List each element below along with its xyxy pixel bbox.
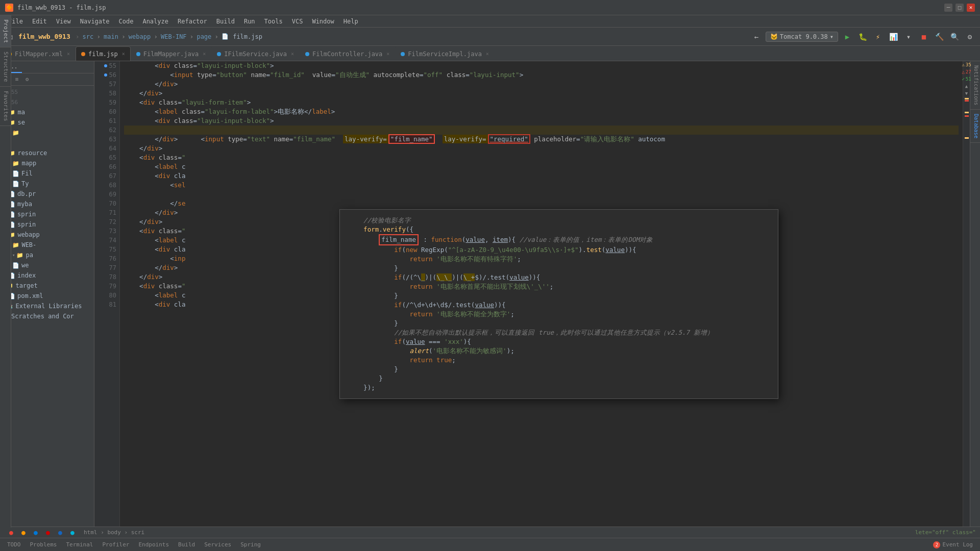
tree-folder-resource[interactable]: ▾ 📁 resource <box>0 148 94 158</box>
tree-external-libraries[interactable]: ▶ 📚 External Libraries <box>0 301 94 311</box>
favorites-tab-vertical[interactable]: Favorites <box>0 87 11 126</box>
tree-file-we[interactable]: 📄 we <box>0 260 94 270</box>
event-log-tab[interactable]: 2 Event Log <box>929 540 977 549</box>
tab-film-jsp[interactable]: film.jsp × <box>76 46 131 61</box>
edge-icon[interactable]: ● <box>31 528 41 538</box>
folder-label: mapp <box>21 160 36 167</box>
tab-close-icon[interactable]: × <box>67 51 70 57</box>
tab-filmserviceimpl-java[interactable]: FilmServiceImpl.java × <box>395 46 495 61</box>
endpoints-tab[interactable]: Endpoints <box>134 540 173 549</box>
tree-file-fil[interactable]: 📄 Fil <box>0 168 94 179</box>
services-tab[interactable]: Services <box>200 540 235 549</box>
file-label: we <box>21 262 29 269</box>
tree-scratches[interactable]: 📋 Scratches and Cor <box>0 311 94 321</box>
tab-filmcontroller-java[interactable]: FilmController.java × <box>300 46 395 61</box>
menu-analyze[interactable]: Analyze <box>138 17 173 26</box>
close-button[interactable]: ✕ <box>967 4 975 12</box>
problems-tab[interactable]: Problems <box>26 540 61 549</box>
maximize-button[interactable]: □ <box>955 4 964 12</box>
chevron-up-icon[interactable]: ▲ <box>965 84 968 89</box>
menu-tools[interactable]: Tools <box>260 17 287 26</box>
navigate-back-icon[interactable]: ← <box>750 31 763 43</box>
profiler-tab[interactable]: Profiler <box>98 540 133 549</box>
tree-file-index[interactable]: 📄 index <box>0 270 94 281</box>
tree-file-db[interactable]: 📄 db.pr <box>0 189 94 199</box>
tab-close-icon[interactable]: × <box>486 51 489 57</box>
menu-window[interactable]: Window <box>308 17 338 26</box>
settings-icon[interactable]: ⚙ <box>22 75 32 84</box>
firefox-icon[interactable]: ● <box>18 528 29 538</box>
tree-file-spring1[interactable]: 📄 sprin <box>0 209 94 219</box>
tab-close-icon[interactable]: × <box>122 51 125 57</box>
tree-folder-se[interactable]: ▾ 📁 se <box>0 117 94 128</box>
menu-vcs[interactable]: VCS <box>288 17 307 26</box>
menu-edit[interactable]: Edit <box>28 17 51 26</box>
breadcrumb-script[interactable]: scri <box>131 529 145 536</box>
run-config-selector[interactable]: 🐱 Tomcat 9.0.38 ▾ <box>766 32 838 42</box>
tree-folder-target[interactable]: ▶ 📁 target <box>0 281 94 291</box>
tab-filmmapper-xml[interactable]: FilMapper.xml × <box>2 46 76 61</box>
build-button[interactable]: 🔨 <box>933 31 945 43</box>
collapse-icon[interactable]: ≡ <box>12 75 21 84</box>
tree-file-pom[interactable]: 📄 pom.xml <box>0 291 94 301</box>
tree-folder-sub[interactable]: ▾ 📁 <box>0 128 94 138</box>
code-line-61: <div class="layui-input-block"> <box>124 116 959 126</box>
tree-folder-ma[interactable]: ▾ 📁 ma <box>0 107 94 117</box>
menu-view[interactable]: View <box>52 17 75 26</box>
build-tab[interactable]: Build <box>174 540 199 549</box>
stripe-marker-warning <box>965 98 969 99</box>
tree-item-i[interactable]: I <box>0 138 94 148</box>
minimize-button[interactable]: ─ <box>944 4 952 12</box>
structure-tab-vertical[interactable]: Structure <box>0 47 11 87</box>
edge2-icon[interactable]: ● <box>67 528 78 538</box>
breadcrumb-webinf[interactable]: WEB-INF <box>161 33 187 40</box>
chevron-down-icon[interactable]: ▼ <box>965 91 968 96</box>
breadcrumb-html[interactable]: html <box>84 529 97 536</box>
tab-close-icon[interactable]: × <box>386 51 389 57</box>
spring-tab[interactable]: Spring <box>236 540 265 549</box>
breadcrumb-main[interactable]: main <box>104 33 118 40</box>
tree-folder-webinf[interactable]: ▾ 📁 WEB- <box>0 240 94 250</box>
ie-icon[interactable]: ● <box>55 528 65 538</box>
todo-tab[interactable]: TODO <box>3 540 25 549</box>
tree-file-spring2[interactable]: 📄 sprin <box>0 219 94 230</box>
tree-file-ty[interactable]: 📄 Ty <box>0 179 94 189</box>
stop-button[interactable]: ■ <box>918 31 930 43</box>
tree-folder-pa[interactable]: ▾ 📁 pa <box>0 250 94 260</box>
breadcrumb-webapp[interactable]: webapp <box>129 33 151 40</box>
tree-file-myba[interactable]: 📄 myba <box>0 199 94 209</box>
tree-folder-mapp[interactable]: ▾ 📁 mapp <box>0 158 94 168</box>
tree-folder-webapp[interactable]: ▾ 📁 webapp <box>0 230 94 240</box>
breadcrumb-page[interactable]: page <box>197 33 211 40</box>
menu-help[interactable]: Help <box>339 17 362 26</box>
menu-code[interactable]: Code <box>115 17 138 26</box>
project-tab-vertical[interactable]: Project <box>0 15 11 47</box>
menu-navigate[interactable]: Navigate <box>76 17 114 26</box>
search-button[interactable]: 🔍 <box>948 31 961 43</box>
menu-build[interactable]: Build <box>212 17 239 26</box>
menu-run[interactable]: Run <box>240 17 259 26</box>
profile-button[interactable]: 📊 <box>887 31 899 43</box>
tree-item-56[interactable]: C 56 <box>0 97 94 107</box>
notifications-label[interactable]: Notifications <box>970 61 980 110</box>
code-content[interactable]: <div class="layui-input-block"> <input t… <box>120 61 963 527</box>
menu-refactor[interactable]: Refactor <box>174 17 211 26</box>
breadcrumb-body[interactable]: body <box>107 529 121 536</box>
gear-icon[interactable]: ⚙ <box>964 31 976 43</box>
folder-label: Scratches and Cor <box>11 313 74 320</box>
chrome-icon[interactable]: ● <box>6 528 16 538</box>
tab-ifilmservice-java[interactable]: IFilmService.java × <box>211 46 300 61</box>
settings-button[interactable]: ▾ <box>902 31 915 43</box>
coverage-button[interactable]: ⚡ <box>872 31 884 43</box>
terminal-tab[interactable]: Terminal <box>62 540 97 549</box>
database-label[interactable]: Database <box>970 110 980 143</box>
tab-close-icon[interactable]: × <box>203 51 206 57</box>
opera-icon[interactable]: ● <box>43 528 53 538</box>
tab-filmmapper-java[interactable]: FilmMapper.java × <box>131 46 211 61</box>
breadcrumb-src[interactable]: src <box>83 33 94 40</box>
run-button[interactable]: ▶ <box>841 31 853 43</box>
tree-item-55[interactable]: C 55 <box>0 87 94 97</box>
tab-close-icon[interactable]: × <box>291 51 294 57</box>
debug-button[interactable]: 🐛 <box>856 31 869 43</box>
event-log-label: Event Log <box>942 541 973 548</box>
